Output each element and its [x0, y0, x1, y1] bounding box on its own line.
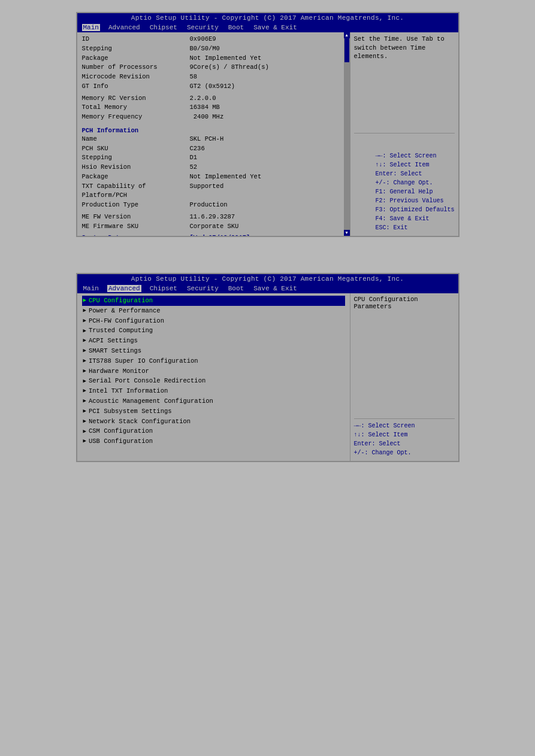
row-pch-sku: PCH SKU C236	[82, 144, 345, 154]
shortcut-enter: Enter: Select	[375, 169, 454, 178]
arrow-intel-txt: ▶	[83, 387, 86, 395]
adv-menu-acpi[interactable]: ▶ ACPI Settings	[82, 336, 345, 346]
adv-menu-acpi-label: ACPI Settings	[89, 336, 138, 346]
adv-menu-serial-label: Serial Port Console Redirection	[89, 376, 205, 386]
arrow-serial: ▶	[83, 377, 86, 385]
arrow-smart: ▶	[83, 347, 86, 355]
help-text-2: CPU Configuration Parameters	[354, 296, 455, 310]
arrow-trusted: ▶	[83, 327, 86, 335]
shortcut2-screen: →←: Select Screen	[354, 421, 415, 430]
arrow-csm: ▶	[83, 427, 86, 436]
menu2-item-advanced[interactable]: Advanced	[107, 285, 141, 292]
row-pch-package: Package Not Implemented Yet	[82, 172, 345, 182]
adv-menu-network[interactable]: ▶ Network Stack Configuration	[82, 417, 345, 427]
bios-right-panel-1: Set the Time. Use Tab to switch between …	[350, 32, 458, 236]
arrow-pch-fw: ▶	[83, 317, 86, 325]
scroll-thumb[interactable]	[344, 38, 349, 62]
adv-menu-cpu-label: CPU Configuration	[89, 296, 153, 306]
scroll-track	[344, 38, 350, 230]
adv-menu-hwmon-label: Hardware Monitor	[89, 366, 149, 377]
adv-menu-usb[interactable]: ▶ USB Configuration	[82, 436, 345, 447]
arrow-network: ▶	[83, 417, 86, 426]
arrow-pci: ▶	[83, 407, 86, 415]
adv-menu-network-label: Network Stack Configuration	[89, 417, 191, 427]
shortcut-change: +/-: Change Opt.	[375, 178, 454, 187]
bios-title-2: Aptio Setup Utility - Copyright (C) 2017…	[77, 274, 458, 284]
shortcut-screen: →←: Select Screen	[375, 151, 454, 160]
row-txt-capability: TXT Capability of Platform/PCH Supported	[82, 182, 345, 201]
menu2-item-main[interactable]: Main	[82, 285, 100, 292]
bios-screen-2-container: Aptio Setup Utility - Copyright (C) 2017…	[76, 273, 460, 462]
adv-menu-csm-label: CSM Configuration	[89, 426, 153, 436]
shortcut2-enter: Enter: Select	[354, 439, 415, 448]
shortcut-f2: F2: Previous Values	[375, 196, 454, 205]
adv-menu-trusted[interactable]: ▶ Trusted Computing	[82, 326, 345, 336]
row-prod-type: Production Type Production	[82, 201, 345, 210]
arrow-acoustic: ▶	[83, 397, 86, 405]
adv-menu-pch-fw[interactable]: ▶ PCH-FW Configuration	[82, 316, 345, 326]
shortcut-f3: F3: Optimized Defaults	[375, 205, 454, 214]
bios-screen-2: Aptio Setup Utility - Copyright (C) 2017…	[76, 273, 460, 462]
menu2-item-chipset[interactable]: Chipset	[149, 285, 179, 292]
row-me-sku: ME Firmware SKU Corporate SKU	[82, 222, 345, 232]
row-package1: Package Not Implemented Yet	[82, 54, 345, 63]
scroll-up-arrow[interactable]: ▲	[344, 32, 350, 38]
menu-item-security[interactable]: Security	[186, 24, 220, 31]
adv-menu-pci[interactable]: ▶ PCI Subsystem Settings	[82, 406, 345, 417]
shortcut2-change: +/-: Change Opt.	[354, 448, 415, 457]
shortcut-esc: ESC: Exit	[375, 223, 454, 232]
menu-item-chipset[interactable]: Chipset	[149, 24, 179, 31]
menu2-item-security[interactable]: Security	[186, 285, 220, 292]
pch-section-header: PCH Information	[82, 127, 345, 134]
row-gt-info: GT Info GT2 (0x5912)	[82, 82, 345, 92]
adv-menu-hwmon[interactable]: ▶ Hardware Monitor	[82, 366, 345, 377]
scroll-down-arrow[interactable]: ▼	[344, 230, 350, 236]
shortcut2-item: ↑↓: Select Item	[354, 430, 415, 439]
bios-screen-1: Aptio Setup Utility - Copyright (C) 2017…	[76, 12, 460, 237]
bios-content-1: ID 0x906E9 Stepping B0/S0/M0 Package Not…	[77, 32, 458, 236]
arrow-cpu: ▶	[83, 296, 86, 305]
row-pch-stepping: Stepping D1	[82, 153, 345, 163]
bios-left-panel-1: ID 0x906E9 Stepping B0/S0/M0 Package Not…	[77, 32, 350, 236]
adv-menu-acoustic-label: Acoustic Management Configuration	[89, 396, 213, 406]
adv-menu-smart-label: SMART Settings	[89, 346, 141, 356]
bios-title-1: Aptio Setup Utility - Copyright (C) 2017…	[77, 13, 458, 23]
row-num-processors: Number of Processors 9Core(s) / 8Thread(…	[82, 63, 345, 72]
adv-menu-smart[interactable]: ▶ SMART Settings	[82, 346, 345, 356]
adv-menu-usb-label: USB Configuration	[89, 436, 153, 447]
scrollbar-1[interactable]: ▲ ▼	[344, 32, 350, 236]
adv-menu-pci-label: PCI Subsystem Settings	[89, 406, 172, 417]
divider-help	[354, 133, 455, 133]
menu-item-main[interactable]: Main	[82, 24, 100, 31]
row-me-fw: ME FW Version 11.6.29.3287	[82, 212, 345, 222]
arrow-hwmon: ▶	[83, 367, 86, 375]
shortcuts-2: →←: Select Screen ↑↓: Select Item Enter:…	[354, 421, 415, 457]
adv-menu-power[interactable]: ▶ Power & Performance	[82, 306, 345, 316]
adv-menu-serial[interactable]: ▶ Serial Port Console Redirection	[82, 376, 345, 386]
spacer2	[82, 122, 345, 125]
row-pch-name: Name SKL PCH-H	[82, 135, 345, 144]
adv-menu-trusted-label: Trusted Computing	[89, 326, 153, 336]
adv-menu-csm[interactable]: ▶ CSM Configuration	[82, 426, 345, 436]
bios-menubar-2: Main Advanced Chipset Security Boot Save…	[77, 284, 458, 293]
adv-menu-superio-label: ITS788 Super IO Configuration	[89, 356, 198, 366]
adv-menu-superio[interactable]: ▶ ITS788 Super IO Configuration	[82, 356, 345, 366]
bios-right-panel-2: CPU Configuration Parameters →←: Select …	[350, 293, 458, 461]
row-id: ID 0x906E9	[82, 35, 345, 44]
row-hsio-rev: Hsio Revision 52	[82, 163, 345, 172]
bios-content-2: ▶ CPU Configuration ▶ Power & Performanc…	[77, 293, 458, 461]
adv-menu-cpu[interactable]: ▶ CPU Configuration	[82, 296, 345, 306]
menu-item-boot[interactable]: Boot	[227, 24, 245, 31]
adv-menu-acoustic[interactable]: ▶ Acoustic Management Configuration	[82, 396, 345, 406]
adv-menu-power-label: Power & Performance	[89, 306, 161, 316]
adv-menu-pch-fw-label: PCH-FW Configuration	[89, 316, 164, 326]
shortcuts-1: →←: Select Screen ↑↓: Select Item Enter:…	[375, 151, 454, 232]
bios-menubar-1: Main Advanced Chipset Security Boot Save…	[77, 23, 458, 32]
shortcut-item: ↑↓: Select Item	[375, 160, 454, 169]
menu2-item-save-exit[interactable]: Save & Exit	[252, 285, 298, 292]
menu2-item-boot[interactable]: Boot	[227, 285, 245, 292]
menu-item-advanced[interactable]: Advanced	[107, 24, 141, 31]
row-microcode: Microcode Revision 58	[82, 72, 345, 82]
adv-menu-intel-txt[interactable]: ▶ Intel TXT Information	[82, 386, 345, 396]
menu-item-save-exit[interactable]: Save & Exit	[252, 24, 298, 31]
